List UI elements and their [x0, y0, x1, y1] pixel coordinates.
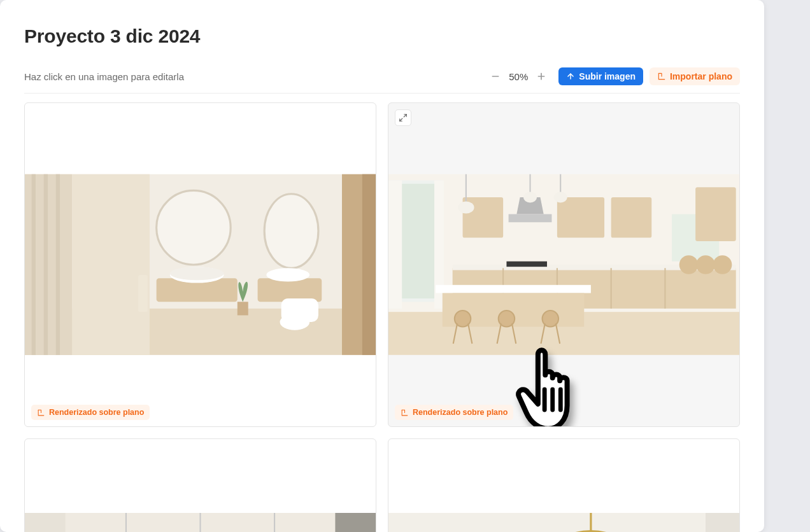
- render-badge-label: Renderizado sobre plano: [413, 408, 508, 417]
- expand-icon: [399, 113, 408, 122]
- floorplan-icon: [37, 409, 45, 417]
- svg-point-19: [266, 268, 309, 281]
- image-card[interactable]: Renderizado sobre plano: [388, 102, 740, 427]
- svg-point-14: [264, 194, 318, 269]
- svg-point-13: [157, 190, 231, 265]
- render-badge: Renderizado sobre plano: [31, 405, 150, 420]
- svg-rect-35: [611, 197, 652, 238]
- svg-rect-51: [506, 262, 547, 267]
- zoom-group: 50%: [488, 69, 548, 83]
- render-badge: Renderizado sobre plano: [395, 405, 513, 420]
- svg-rect-71: [335, 513, 376, 532]
- page-title: Proyecto 3 dic 2024: [24, 25, 740, 47]
- zoom-value: 50%: [509, 71, 528, 82]
- svg-rect-70: [25, 513, 66, 532]
- bathroom-render: [25, 174, 376, 355]
- svg-rect-38: [509, 214, 552, 223]
- svg-rect-12: [72, 174, 150, 355]
- svg-rect-30: [388, 181, 402, 309]
- minus-icon: [490, 71, 501, 81]
- kitchen-render: [388, 174, 739, 355]
- svg-point-44: [554, 192, 567, 203]
- svg-point-64: [696, 255, 715, 274]
- svg-point-40: [458, 201, 474, 213]
- image-thumbnail: [388, 174, 739, 355]
- render-badge-label: Renderizado sobre plano: [49, 408, 144, 417]
- floorplan-icon: [401, 409, 409, 417]
- svg-rect-34: [557, 197, 604, 238]
- svg-rect-22: [238, 302, 248, 315]
- svg-rect-78: [388, 513, 739, 532]
- image-card[interactable]: Renderizado sobre plano: [24, 102, 376, 427]
- svg-point-63: [679, 255, 699, 274]
- interior-render: [25, 513, 376, 532]
- svg-rect-7: [32, 174, 36, 355]
- svg-rect-9: [56, 174, 60, 355]
- svg-point-42: [523, 192, 537, 203]
- svg-rect-52: [436, 285, 591, 293]
- svg-line-25: [400, 118, 402, 121]
- image-thumbnail: [25, 174, 376, 355]
- floorplan-icon: [657, 72, 666, 81]
- svg-point-21: [280, 314, 310, 330]
- svg-rect-8: [44, 174, 48, 355]
- svg-point-65: [713, 255, 732, 274]
- svg-rect-23: [138, 275, 148, 312]
- upload-icon: [566, 72, 575, 81]
- svg-rect-85: [706, 513, 739, 532]
- plus-icon: [536, 71, 546, 81]
- toolbar: Haz click en una imagen para editarla 50…: [24, 67, 740, 94]
- zoom-in-button[interactable]: [534, 69, 548, 83]
- import-plan-label: Importar plano: [670, 72, 732, 81]
- svg-rect-36: [695, 187, 736, 241]
- svg-point-17: [170, 267, 224, 280]
- expand-button[interactable]: [395, 109, 411, 126]
- zoom-out-button[interactable]: [488, 69, 502, 83]
- svg-rect-11: [362, 174, 376, 355]
- upload-image-button[interactable]: Subir imagen: [558, 67, 643, 85]
- image-thumbnail: [25, 513, 376, 532]
- upload-image-label: Subir imagen: [579, 72, 636, 81]
- interior-render: [388, 513, 739, 532]
- svg-line-24: [404, 115, 406, 117]
- image-card[interactable]: [24, 438, 376, 532]
- help-text: Haz click en una imagen para editarla: [24, 71, 488, 82]
- svg-rect-18: [258, 278, 322, 302]
- image-grid: Renderizado sobre plano: [24, 102, 740, 532]
- image-thumbnail: [388, 513, 739, 532]
- import-plan-button[interactable]: Importar plano: [650, 67, 740, 85]
- image-card[interactable]: [388, 438, 740, 532]
